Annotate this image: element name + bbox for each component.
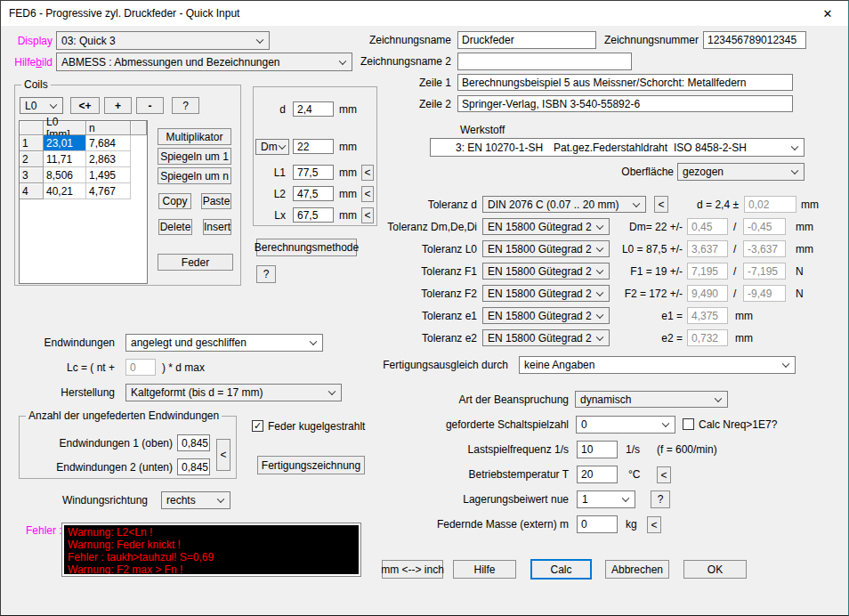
cell-n[interactable]: 7,684 [86, 135, 131, 151]
title-bar[interactable]: FED6 - Progressive zyl. Druckfeder - Qui… [1, 1, 848, 26]
table-row[interactable]: 2 11,71 2,863 [20, 151, 147, 167]
toleranz-l0-minus[interactable]: -3,637 [743, 240, 786, 257]
remove-row-button[interactable]: - [136, 97, 164, 114]
table-header-l0[interactable]: L0 [mm] [44, 121, 86, 135]
toleranz-e1-select[interactable]: EN 15800 Gütegrad 2 [482, 307, 610, 324]
row-header[interactable]: 2 [20, 151, 44, 167]
toleranz-dm-minus[interactable]: -0,45 [743, 218, 786, 235]
cell-l0-selected[interactable]: 23,01 [44, 135, 86, 151]
insert-button[interactable]: Insert [203, 219, 231, 235]
endwindungen1-input[interactable]: 0,845 [177, 434, 210, 451]
table-header-n[interactable]: n [86, 121, 131, 135]
mm-inch-button[interactable]: mm <--> inch [382, 560, 443, 579]
lastspielfrequenz-input[interactable]: 10 [577, 441, 618, 458]
lx-input[interactable]: 67,5 [293, 207, 334, 223]
l2-input[interactable]: 47,5 [293, 186, 334, 201]
fertigungsausgleich-select[interactable]: keine Angaben [519, 356, 796, 374]
cell-l0[interactable]: 11,71 [44, 151, 86, 167]
betriebstemperatur-pick-button[interactable]: < [657, 466, 671, 483]
cell-n[interactable]: 4,767 [86, 183, 131, 199]
federnde-masse-pick-button[interactable]: < [647, 516, 661, 533]
toleranz-f2-minus[interactable]: -9,49 [743, 285, 786, 302]
delete-button[interactable]: Delete [158, 219, 192, 235]
lx-pick-button[interactable]: < [361, 207, 374, 223]
row-header[interactable]: 3 [20, 167, 44, 183]
spiegeln-um-1-button[interactable]: Spiegeln um 1 [158, 148, 231, 165]
toleranz-d-value[interactable]: 0,02 [744, 196, 796, 213]
cell-n[interactable]: 1,495 [86, 167, 131, 183]
federnde-masse-input[interactable]: 0 [577, 515, 618, 533]
row-header[interactable]: 1 [20, 135, 44, 151]
art-beanspruchung-select[interactable]: dynamisch [575, 391, 728, 408]
schaltspielzahl-combo[interactable]: 0 [576, 416, 675, 434]
toleranz-d-pick-button[interactable]: < [654, 196, 668, 213]
feder-button[interactable]: Feder [158, 254, 233, 271]
endwindungen2-input[interactable]: 0,845 [177, 458, 210, 475]
l1-input[interactable]: 77,5 [293, 165, 334, 180]
endwindungen-select[interactable]: angelegt und geschliffen [125, 334, 323, 352]
lagerungsbeiwert-select[interactable]: 1 [577, 490, 635, 508]
toleranz-f2-plus[interactable]: 9,490 [687, 285, 728, 302]
add-row-button[interactable]: + [104, 97, 132, 114]
dm-select[interactable]: Dm [255, 139, 289, 155]
kugelgestrahlt-checkbox[interactable]: ✓ [252, 420, 263, 432]
calc-nreq-checkbox[interactable] [683, 418, 694, 430]
toleranz-e2-select[interactable]: EN 15800 Gütegrad 2 [482, 329, 610, 346]
hilfebild-select[interactable]: ABMESS : Abmessungen und Bezeichnungen [56, 53, 352, 71]
oberflaeche-select[interactable]: gezogen [677, 163, 805, 181]
paste-button[interactable]: Paste [201, 193, 231, 209]
zeile1-input[interactable]: Berechnungsbeispiel 5 aus Meissner/Schor… [457, 74, 793, 91]
cell-l0[interactable]: 8,506 [44, 167, 86, 183]
spiegeln-um-n-button[interactable]: Spiegeln um n [158, 167, 231, 184]
table-row[interactable]: 1 23,01 7,684 [20, 135, 147, 151]
zeile2-input[interactable]: Springer-Verlag, ISBN 3-540-55892-6 [457, 95, 793, 112]
calc-button[interactable]: Calc [530, 559, 592, 580]
toleranz-d-select[interactable]: DIN 2076 C (0.07 .. 20 mm) [482, 196, 646, 213]
toleranz-f1-plus[interactable]: 7,195 [687, 263, 728, 280]
coils-column-select[interactable]: L0 [20, 97, 63, 114]
row-header[interactable]: 4 [20, 183, 44, 199]
cell-n[interactable]: 2,863 [86, 151, 131, 167]
toleranz-l0-select[interactable]: EN 15800 Gütegrad 2 [482, 240, 610, 257]
display-select[interactable]: 03: Quick 3 [56, 31, 270, 50]
endwindungen-pick-button[interactable]: < [216, 439, 230, 471]
hilfe-button[interactable]: Hilfe [453, 560, 516, 579]
lc-input[interactable]: 0 [125, 359, 156, 376]
zeichnungsnummer-input[interactable]: 123456789012345 [703, 31, 806, 49]
toleranz-e1-value[interactable]: 4,375 [687, 307, 728, 324]
werkstoff-select[interactable]: 3: EN 10270-1-SH Pat.gez.Federstahldraht… [430, 138, 805, 157]
toleranz-dm-select[interactable]: EN 15800 Gütegrad 2 [482, 218, 610, 235]
toleranz-f1-select[interactable]: EN 15800 Gütegrad 2 [482, 263, 610, 280]
coils-table[interactable]: L0 [mm] n 1 23,01 7,684 2 11,71 2,863 3 … [19, 120, 148, 284]
coils-help-button[interactable]: ? [172, 97, 199, 114]
toleranz-f1-minus[interactable]: -7,195 [743, 263, 786, 280]
cell-l0[interactable]: 40,21 [44, 183, 86, 199]
zeichnungsname2-input[interactable] [457, 53, 632, 70]
toleranz-f2-select[interactable]: EN 15800 Gütegrad 2 [482, 285, 610, 302]
toleranz-dm-plus[interactable]: 0,45 [687, 218, 728, 235]
lastspielfrequenz-unit: 1/s [626, 441, 640, 458]
herstellung-select[interactable]: Kaltgeformt (bis d = 17 mm) [125, 384, 342, 401]
table-row[interactable]: 4 40,21 4,767 [20, 183, 147, 199]
l1-pick-button[interactable]: < [361, 165, 374, 181]
ok-button[interactable]: OK [683, 560, 747, 579]
berechnungsmethode-button[interactable]: Berechnungsmethode [256, 239, 357, 256]
geometry-help-button[interactable]: ? [256, 265, 276, 283]
close-icon[interactable]: ✕ [807, 1, 848, 26]
insert-column-button[interactable]: <+ [70, 97, 100, 114]
multiplikator-button[interactable]: Multiplikator [158, 128, 231, 145]
abbrechen-button[interactable]: Abbrechen [605, 560, 669, 579]
toleranz-l0-plus[interactable]: 3,637 [687, 240, 728, 257]
dm-input[interactable]: 22 [293, 139, 334, 154]
table-row[interactable]: 3 8,506 1,495 [20, 167, 147, 183]
lagerungsbeiwert-help-button[interactable]: ? [651, 490, 670, 508]
betriebstemperatur-input[interactable]: 20 [577, 466, 618, 483]
toleranz-e2-unit: mm [735, 329, 753, 346]
d-input[interactable]: 2,4 [293, 101, 334, 117]
copy-button[interactable]: Copy [158, 193, 191, 209]
windungsrichtung-select[interactable]: rechts [161, 491, 230, 509]
fertigungszeichnung-button[interactable]: Fertigungszeichnung [257, 456, 365, 474]
l2-pick-button[interactable]: < [361, 186, 374, 202]
zeichnungsname-input[interactable]: Druckfeder [457, 31, 596, 49]
toleranz-e2-value[interactable]: 0,732 [687, 329, 728, 346]
